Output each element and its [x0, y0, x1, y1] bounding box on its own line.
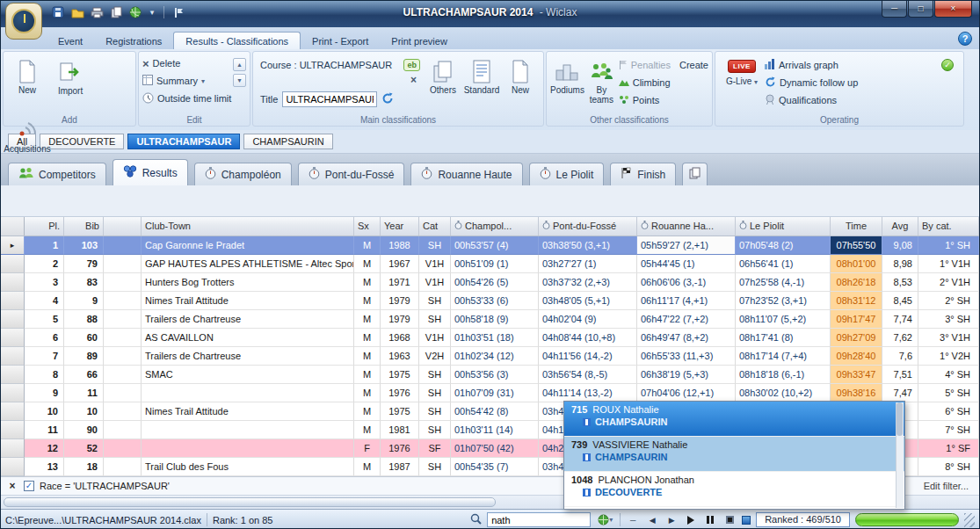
standard-classification-button[interactable]: Standard: [462, 54, 501, 112]
maximize-button[interactable]: □: [908, 1, 933, 18]
table-row[interactable]: 7 89 Trailers de Chartreuse M 1963 V2H 0…: [1, 347, 979, 366]
help-icon[interactable]: ?: [958, 32, 972, 46]
search-result-item[interactable]: 1048PLANCHON Jonathan DECOUVERTE: [564, 472, 904, 507]
wiclax-logo-icon[interactable]: [5, 3, 42, 40]
tab-pont-du-fosse[interactable]: Pont-du-Fossé: [298, 163, 405, 185]
close-button[interactable]: ×: [934, 1, 972, 18]
cell-total-time: 07h55'50: [831, 236, 882, 255]
table-row[interactable]: 2 79 GAP HAUTES ALPES ATHLETISME - Altec…: [1, 255, 979, 273]
tab-finish[interactable]: Finish: [610, 163, 676, 185]
column-header-pl[interactable]: Pl.: [25, 217, 64, 236]
new-classification-button[interactable]: New: [501, 54, 540, 112]
race-filter-champsaurin[interactable]: CHAMPSAURIN: [243, 134, 332, 149]
row-indicator[interactable]: [1, 458, 25, 476]
tab-le-piolit[interactable]: Le Piolit: [529, 163, 605, 185]
by-teams-button[interactable]: By teams: [584, 54, 619, 112]
row-indicator[interactable]: [1, 347, 25, 366]
table-row[interactable]: ▸ 1 103 Cap Garonne le Pradet M 1988 SH …: [1, 236, 979, 255]
race-filter-ultrachampsaur[interactable]: ULTRACHAMPSAUR: [127, 134, 240, 149]
row-indicator[interactable]: [1, 255, 25, 273]
points-button[interactable]: Points: [619, 91, 708, 109]
filter-close-icon[interactable]: ×: [6, 480, 18, 492]
row-indicator[interactable]: [1, 402, 25, 421]
column-header-blank[interactable]: [104, 217, 142, 236]
refresh-icon[interactable]: [381, 92, 394, 106]
dynamic-follow-up-button[interactable]: Dynamic follow up: [765, 74, 954, 91]
column-header-cat[interactable]: Cat: [419, 217, 451, 236]
race-filter-decouverte[interactable]: DECOUVERTE: [40, 134, 124, 149]
row-indicator[interactable]: [1, 310, 25, 329]
column-header-avg[interactable]: Avg: [882, 217, 918, 236]
row-indicator[interactable]: [1, 421, 25, 439]
resize-grip[interactable]: [964, 513, 975, 527]
scrollbar-thumb[interactable]: [4, 497, 496, 507]
move-down-button[interactable]: ▼: [233, 74, 246, 87]
new-competitor-button[interactable]: New: [7, 54, 47, 112]
tab-event[interactable]: Event: [47, 33, 94, 49]
podiums-button[interactable]: Podiums: [550, 54, 584, 112]
tab-copy-view[interactable]: [682, 163, 708, 185]
column-header-champoleon[interactable]: Champol...: [451, 217, 539, 236]
play-button[interactable]: [684, 512, 698, 527]
column-header-time[interactable]: Time: [831, 217, 882, 236]
table-row[interactable]: 9 11 M 1976 SH 01h07'09 (31) 04h11'14 (1…: [1, 384, 979, 402]
column-header-club-town[interactable]: Club-Town: [142, 217, 354, 236]
column-header-le-piolit[interactable]: Le Piolit: [736, 217, 831, 236]
penalties-button[interactable]: Penalties: [619, 56, 671, 74]
column-header-year[interactable]: Year: [381, 217, 419, 236]
row-indicator[interactable]: ▸: [1, 236, 25, 255]
tab-print-preview[interactable]: Print preview: [380, 33, 459, 49]
search-input[interactable]: [487, 512, 591, 527]
tab-results-classifications[interactable]: Results - Classifications: [173, 32, 301, 49]
outside-time-limit-button[interactable]: Outside time limit: [142, 90, 233, 107]
filter-checkbox[interactable]: ✓: [24, 481, 34, 491]
search-result-item[interactable]: 715ROUX Nathalie CHAMPSAURIN: [564, 402, 904, 437]
column-header-by-cat[interactable]: By cat.: [918, 217, 979, 236]
cell-sex: M: [354, 421, 381, 439]
popup-scrollbar-thumb[interactable]: [897, 402, 903, 436]
row-indicator[interactable]: [1, 329, 25, 347]
tab-champoleon[interactable]: Champoléon: [194, 163, 292, 185]
previous-button[interactable]: ◀: [645, 512, 659, 527]
cell-by-category-rank: 6° SH: [918, 402, 979, 421]
row-indicator[interactable]: [1, 292, 25, 310]
arrivals-graph-button[interactable]: Arrivals graph ✓: [765, 56, 954, 74]
climbing-button[interactable]: Climbing: [619, 74, 708, 91]
column-header-sx[interactable]: Sx: [354, 217, 381, 236]
delete-button[interactable]: × Delete: [142, 54, 233, 72]
remove-course-icon[interactable]: ×: [410, 74, 417, 86]
row-indicator[interactable]: [1, 366, 25, 384]
link-button[interactable]: ─: [626, 512, 640, 527]
scope-globe-button[interactable]: ▾: [596, 512, 614, 527]
minimize-button[interactable]: ─: [882, 1, 907, 18]
tab-registrations[interactable]: Registrations: [94, 33, 173, 49]
table-row[interactable]: 8 66 SMAC M 1975 SH 00h53'56 (3) 03h56'5…: [1, 366, 979, 384]
tab-print-export[interactable]: Print - Export: [301, 33, 380, 49]
table-row[interactable]: 4 9 Nimes Trail Attitude M 1979 SH 00h53…: [1, 292, 979, 310]
qualifications-button[interactable]: Qualifications: [765, 91, 954, 109]
stop-button[interactable]: [722, 512, 737, 527]
row-indicator[interactable]: [1, 384, 25, 402]
classification-title-input[interactable]: [282, 91, 377, 107]
search-result-item[interactable]: 739VASSIVIERE Nathalie CHAMPSAURIN: [564, 437, 904, 472]
column-header-rouanne-haute[interactable]: Rouanne Ha...: [637, 217, 736, 236]
import-button[interactable]: Import: [50, 55, 91, 113]
g-live-button[interactable]: LIVE G-Live ▾: [719, 54, 765, 113]
column-header-bib[interactable]: Bib: [64, 217, 104, 236]
summary-icon: [142, 75, 153, 87]
column-header-pont-du-fosse[interactable]: Pont-du-Fossé: [539, 217, 637, 236]
move-up-button[interactable]: ▲: [233, 58, 246, 71]
row-indicator[interactable]: [1, 439, 25, 458]
tab-rouanne-haute[interactable]: Rouanne Haute: [410, 163, 522, 185]
others-classification-button[interactable]: Others: [424, 54, 462, 112]
row-indicator[interactable]: [1, 273, 25, 292]
pause-button[interactable]: [703, 512, 717, 527]
tab-results[interactable]: Results: [113, 159, 188, 185]
table-row[interactable]: 6 60 AS CAVAILLON M 1968 V1H 01h03'51 (1…: [1, 329, 979, 347]
table-row[interactable]: 3 83 Hunters Bog Trotters M 1971 V1H 00h…: [1, 273, 979, 292]
eb-badge-icon[interactable]: eb: [403, 59, 420, 71]
next-button[interactable]: ▶: [664, 512, 679, 527]
table-row[interactable]: 5 88 Trailers de Chartreuse M 1979 SH 00…: [1, 310, 979, 329]
edit-filter-link[interactable]: Edit filter...: [924, 481, 974, 491]
summary-button[interactable]: Summary ▾: [142, 72, 233, 90]
